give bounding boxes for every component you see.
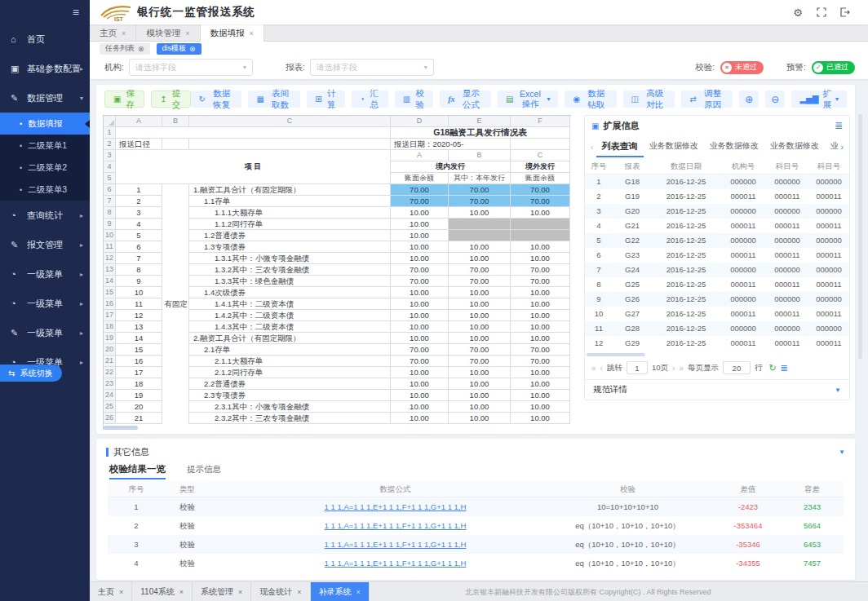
formula-link[interactable]: 1 1 1,A=1 1 1,E+1 1 1,F+1 1 1,G+1 1 1,H <box>250 497 540 516</box>
sheet-cell[interactable]: 1.3.1其中：小微专项金融债 <box>189 253 391 264</box>
sheet-cell[interactable]: C <box>511 150 570 161</box>
toolbar-button[interactable]: ↻ 数据恢复 <box>191 91 242 108</box>
sheet-cell[interactable]: 报送日期：2020-05- <box>391 139 511 150</box>
sheet-cell[interactable]: 70.00 <box>511 264 570 276</box>
sheet-cell[interactable] <box>162 207 189 219</box>
sheet-cell[interactable]: 境外发行 <box>511 161 570 173</box>
main-tab[interactable]: 模块管理 × <box>136 24 200 42</box>
sheet-cell[interactable]: 10.00 <box>449 298 511 310</box>
sheet-cell[interactable]: 14 <box>116 333 162 344</box>
sheet-cell[interactable]: 10.00 <box>391 219 449 230</box>
row-header[interactable]: 25 <box>104 401 116 413</box>
sheet-cell[interactable]: 10.00 <box>391 413 449 424</box>
sheet-cell[interactable]: 2.融资工具合计（有固定期限） <box>189 333 391 344</box>
sheet-item-header-cell[interactable]: 项 目 <box>116 150 391 184</box>
sheet-cell[interactable] <box>511 219 570 230</box>
toolbar-button[interactable]: ⊖ <box>765 91 785 108</box>
formula-link[interactable]: 1 1 1,A=1 1 1,E+1 1 1,F+1 1 1,G+1 1 1,H <box>250 516 540 535</box>
sheet-cell[interactable]: 10.00 <box>511 207 570 219</box>
sheet-cell[interactable] <box>162 401 189 413</box>
sheet-cell[interactable]: 17 <box>116 367 162 378</box>
horizontal-scrollbar[interactable] <box>104 426 571 430</box>
sheet-cell[interactable]: 2.3.1其中：小微专项金融债 <box>189 401 391 413</box>
toolbar-button[interactable]: ▤ Excel操作 ▾ <box>498 91 558 108</box>
sheet-cell[interactable]: 1.4.2其中：二级资本债 <box>189 310 391 321</box>
row-header[interactable]: 23 <box>104 378 116 390</box>
sheet-cell[interactable]: 10.00 <box>449 310 511 321</box>
sheet-cell[interactable]: 1.融资工具合计（有固定期限） <box>189 184 391 196</box>
row-header[interactable]: 11 <box>104 241 116 253</box>
sidebar-item[interactable]: ✎ 报文管理 ▸ <box>0 230 90 259</box>
sidebar-item[interactable]: ⌂ 首页 <box>0 24 90 54</box>
sheet-cell[interactable]: 70.00 <box>449 344 511 356</box>
sheet-cell[interactable]: 10.00 <box>449 207 511 219</box>
row-header[interactable]: 1 <box>104 127 116 139</box>
sheet-cell[interactable]: 70.00 <box>449 196 511 207</box>
sheet-cell[interactable]: 10.00 <box>449 333 511 344</box>
chevron-right-icon[interactable]: › <box>838 142 846 152</box>
main-tab[interactable]: 数据填报 × <box>201 24 264 42</box>
sheet-cell[interactable] <box>162 413 189 424</box>
close-icon[interactable]: × <box>250 29 254 38</box>
sub-tab-chip[interactable]: dis模板 ⊗ <box>157 43 202 55</box>
sheet-cell[interactable]: 10.00 <box>511 333 570 344</box>
sidebar-item[interactable]: ◔ 查询统计 ▸ <box>0 201 90 230</box>
sidebar-subitem[interactable]: 二级菜单1 <box>0 135 90 157</box>
sidebar-item[interactable]: ✎ 数据管理 ▾ <box>0 83 90 113</box>
sheet-cell[interactable]: 2.2普通债券 <box>189 378 391 390</box>
row-header[interactable]: 18 <box>104 321 116 333</box>
sheet-cell[interactable] <box>162 241 189 253</box>
sheet-cell[interactable]: 2.1存单 <box>189 344 391 356</box>
sheet-cell[interactable]: 10.00 <box>449 253 511 264</box>
sheet-cell[interactable]: 1 <box>116 184 162 196</box>
sheet-cell[interactable]: 10.00 <box>391 241 449 253</box>
close-icon[interactable]: × <box>122 29 126 38</box>
sheet-cell[interactable] <box>162 298 189 310</box>
sheet-cell[interactable]: 11 <box>116 298 162 310</box>
sheet-cell[interactable]: 16 <box>116 356 162 367</box>
sheet-cell[interactable]: 10.00 <box>391 230 449 241</box>
table-row[interactable]: 1 G18 2016-12-25 000000 000000 000000 <box>585 175 849 189</box>
sheet-cell[interactable]: 其中：本年发行 <box>449 173 511 184</box>
sidebar-item[interactable]: ▣ 基础参数配置 ▸ <box>0 54 90 83</box>
last-page-icon[interactable]: » <box>679 364 684 373</box>
row-header[interactable]: 10 <box>104 230 116 241</box>
sheet-cell[interactable]: 10.00 <box>511 298 570 310</box>
sheet-cell[interactable]: 70.00 <box>511 356 570 367</box>
formula-link[interactable]: 1 1 1,A=1 1 1,E+1 1 1,F+1 1 1,G+1 1 1,H <box>250 535 540 554</box>
sheet-cell[interactable]: 10.00 <box>391 253 449 264</box>
scrollbar-thumb[interactable] <box>104 426 138 430</box>
sheet-cell[interactable]: 70.00 <box>511 344 570 356</box>
panel-menu-icon[interactable]: ≣ <box>835 120 843 131</box>
table-row[interactable]: 12 G29 2016-12-25 000011 000011 000011 <box>585 336 849 351</box>
toolbar-button[interactable]: ▂▅▇ 扩展 ▾ <box>791 91 847 108</box>
table-row[interactable]: 6 G23 2016-12-25 000011 000011 000011 <box>585 248 849 263</box>
sheet-cell[interactable] <box>449 230 511 241</box>
sheet-cell[interactable] <box>162 219 189 230</box>
sheet-cell[interactable] <box>162 139 189 150</box>
sheet-cell[interactable]: 6 <box>116 241 162 253</box>
extension-tab[interactable]: 业务数据修改 <box>704 136 764 157</box>
sheet-cell[interactable]: 10.00 <box>449 241 511 253</box>
sheet-cell[interactable]: 10 <box>116 287 162 298</box>
sheet-cell[interactable]: 10.00 <box>391 310 449 321</box>
sheet-cell[interactable]: 70.00 <box>511 196 570 207</box>
row-header[interactable]: 13 <box>104 264 116 276</box>
sheet-cell[interactable] <box>162 196 189 207</box>
sheet-cell[interactable]: 70.00 <box>391 196 449 207</box>
sheet-cell[interactable] <box>449 219 511 230</box>
sheet-cell[interactable]: 7 <box>116 253 162 264</box>
sheet-cell[interactable] <box>116 127 391 139</box>
sheet-cell[interactable]: 报送口径 <box>116 139 162 150</box>
sheet-cell[interactable]: 10.00 <box>511 413 570 424</box>
spec-detail-section[interactable]: 规范详情 ▼ <box>585 379 849 400</box>
sheet-cell[interactable]: 10.00 <box>391 287 449 298</box>
sheet-cell[interactable]: 2.1.2同行存单 <box>189 367 391 378</box>
sheet-cell[interactable] <box>162 276 189 287</box>
sheet-cell[interactable] <box>162 356 189 367</box>
toolbar-button[interactable]: ◉ 数据钻取 <box>565 91 616 108</box>
row-header[interactable]: 19 <box>104 333 116 344</box>
sheet-cell[interactable]: 70.00 <box>391 356 449 367</box>
sheet-cell[interactable]: 70.00 <box>511 184 570 196</box>
sheet-cell[interactable] <box>162 321 189 333</box>
